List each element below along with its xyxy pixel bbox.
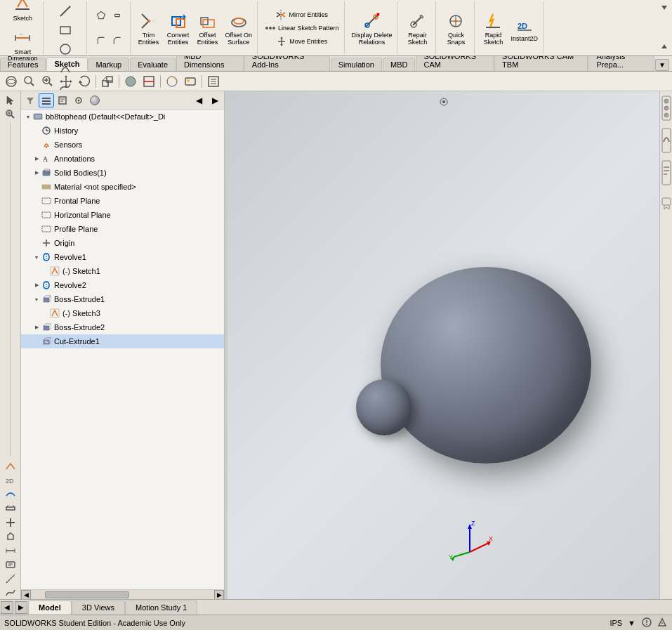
units-dropdown-button[interactable]: ▼ (626, 619, 637, 627)
polygon-tool-button[interactable] (93, 8, 109, 23)
sheet-metal-button[interactable] (2, 502, 19, 515)
chamfer-tool-button[interactable] (110, 33, 125, 48)
tree-boss-extrude2-item[interactable]: Boss-Extrude2 (21, 320, 224, 334)
tree-origin-item[interactable]: Origin (21, 236, 224, 250)
appearance-manager-button[interactable] (661, 126, 672, 155)
toolbar-collapse-button[interactable] (659, 41, 669, 53)
scroll-right-button[interactable]: ▶ (214, 590, 224, 600)
tree-boss-extrude1-item[interactable]: Boss-Extrude1 (21, 292, 224, 306)
task-pane-button[interactable] (661, 159, 672, 187)
display-delete-relations-button[interactable]: Display DeleteRelations (349, 8, 394, 48)
instant2d-button[interactable]: 2D Instant2D (508, 11, 540, 45)
bottom-nav-next-button[interactable]: ▶ (15, 601, 27, 614)
fm-configuration-manager-button[interactable] (71, 93, 86, 107)
instant-2d-mode-button[interactable]: 2D (2, 474, 19, 487)
toolbar-expand-button[interactable] (659, 3, 669, 14)
boss-extrude1-label: Boss-Extrude1 (54, 295, 105, 303)
mirror-entities-button[interactable]: Mirror Entities (272, 8, 331, 21)
view-rotate-button[interactable] (76, 74, 93, 89)
bottom-nav-prev-button[interactable]: ◀ (1, 601, 13, 614)
tree-profile-plane-item[interactable]: Profile Plane (21, 222, 224, 236)
scroll-thumb[interactable] (45, 591, 129, 598)
reference-geometry-button[interactable] (2, 572, 19, 585)
3d-sketch-button[interactable] (2, 460, 19, 473)
section-view-button[interactable] (140, 74, 157, 89)
surface-mode-button[interactable] (2, 488, 19, 501)
sketch-button[interactable]: Sketch (7, 0, 38, 25)
rect-tool-button[interactable] (56, 22, 74, 40)
appearances-button[interactable] (164, 74, 180, 89)
select-mode-button[interactable] (2, 94, 19, 107)
sidebar-horizontal-scrollbar: ◀ ▶ (21, 589, 224, 599)
svg-rect-77 (10, 518, 11, 527)
zoom-select-button[interactable] (2, 108, 19, 121)
curves-button[interactable] (2, 586, 19, 599)
slot-tool-button[interactable] (110, 8, 125, 23)
convert-entities-button[interactable]: ConvertEntities (164, 8, 192, 48)
tab-overflow-button[interactable]: ▼ (655, 59, 669, 71)
weldments-button[interactable] (2, 516, 19, 529)
3d-viewport[interactable]: Z X Y (228, 91, 659, 599)
tree-sensors-item[interactable]: Sensors (21, 138, 224, 152)
mold-tools-button[interactable] (2, 530, 19, 543)
tree-material-item[interactable]: Material <not specified> (21, 180, 224, 194)
fm-left-scroll[interactable]: ◀ (191, 93, 206, 107)
status-icon-1[interactable] (641, 617, 652, 629)
material-expand-arrow (32, 183, 41, 191)
svg-rect-81 (6, 562, 15, 567)
offset-on-surface-button[interactable]: Offset OnSurface (223, 8, 254, 48)
fm-design-tree-button[interactable] (39, 93, 54, 107)
fillet-tool-button[interactable] (93, 33, 109, 48)
tree-annotations-item[interactable]: A Annotations (21, 152, 224, 166)
status-icon-2[interactable] (657, 617, 668, 629)
display-manager-button[interactable] (205, 74, 222, 89)
offset-entities-button[interactable]: OffsetEntities (194, 8, 222, 48)
tree-solid-bodies-item[interactable]: Solid Bodies(1) (21, 166, 224, 180)
scroll-left-button[interactable]: ◀ (21, 590, 31, 600)
tab-evaluate[interactable]: Evaluate (130, 58, 176, 71)
tree-sketch3-item[interactable]: (-) Sketch3 (21, 306, 224, 320)
smart-dimension-button[interactable]: ↔ SmartDimension (6, 25, 40, 65)
fm-property-manager-button[interactable] (55, 93, 70, 107)
repair-sketch-button[interactable]: RepairSketch (402, 8, 433, 48)
move-entities-button[interactable]: Move Entities (273, 35, 330, 48)
view-separator-2 (119, 75, 119, 88)
solidworks-forum-button[interactable] (661, 191, 672, 219)
fm-right-scroll[interactable]: ▶ (207, 93, 223, 107)
bottom-tab-motion-study-1[interactable]: Motion Study 1 (125, 601, 197, 615)
svg-point-9 (60, 44, 70, 54)
svg-line-109 (49, 296, 51, 298)
tree-revolve1-item[interactable]: Revolve1 (21, 250, 224, 264)
rapid-sketch-button[interactable]: RapidSketch (479, 8, 507, 48)
fm-dimetric-button[interactable] (87, 93, 103, 107)
view-magnify-button[interactable] (21, 74, 38, 89)
tree-sketch1-item[interactable]: (-) Sketch1 (21, 264, 224, 278)
tree-horizontal-plane-item[interactable]: Horizontal Plane (21, 208, 224, 222)
scene-background-button[interactable] (182, 74, 199, 89)
tab-mbd[interactable]: MBD (383, 58, 415, 71)
tree-cut-extrude1-item[interactable]: Cut-Extrude1 (21, 334, 224, 348)
tab-simulation[interactable]: Simulation (331, 58, 382, 71)
tree-root-item[interactable]: bb8tophead (Default<<Default>_Di (21, 110, 224, 124)
dimensions-button[interactable] (2, 544, 19, 557)
view-standard-views-button[interactable] (99, 74, 116, 89)
arc-tool-button[interactable] (56, 60, 74, 78)
view-palette-button[interactable] (661, 94, 672, 122)
quick-snaps-button[interactable]: QuickSnaps (440, 8, 471, 48)
annotations-side-button[interactable] (2, 558, 19, 571)
bottom-tab-3d-views[interactable]: 3D Views (72, 601, 125, 615)
circle-tool-button[interactable] (56, 41, 74, 59)
line-tool-button[interactable] (56, 3, 74, 21)
tree-frontal-plane-item[interactable]: Frontal Plane (21, 194, 224, 208)
fm-filter-button[interactable] (22, 93, 38, 107)
view-zoom-button[interactable] (39, 74, 56, 89)
tree-revolve2-item[interactable]: Revolve2 (21, 278, 224, 292)
tree-history-item[interactable]: History (21, 124, 224, 138)
view-orient-button[interactable] (3, 74, 20, 89)
tab-markup[interactable]: Markup (88, 58, 130, 71)
bottom-tab-model[interactable]: Model (28, 601, 72, 615)
status-bar: SOLIDWORKS Student Edition - Academic Us… (0, 615, 672, 630)
display-style-button[interactable] (122, 74, 139, 89)
linear-sketch-pattern-button[interactable]: Linear Sketch Pattern (262, 22, 342, 34)
trim-entities-button[interactable]: TrimEntities (135, 8, 163, 48)
